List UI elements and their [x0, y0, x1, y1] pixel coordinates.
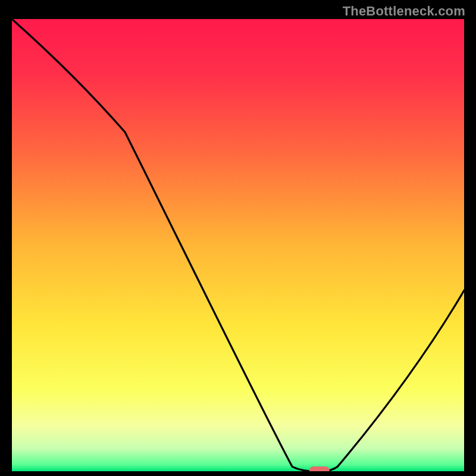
chart-background — [12, 19, 464, 471]
watermark-text: TheBottleneck.com — [343, 4, 465, 19]
optimal-marker — [309, 466, 330, 471]
bottleneck-chart — [12, 19, 464, 471]
